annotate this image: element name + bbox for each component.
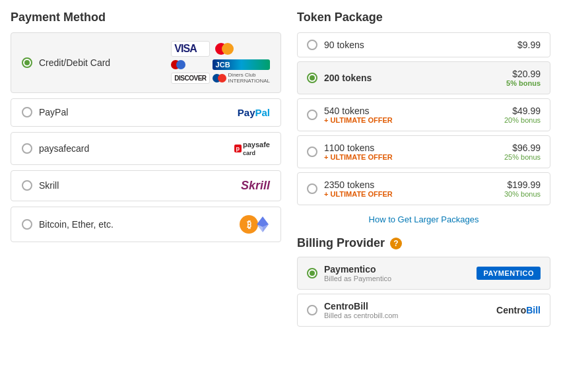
maestro-logo [171, 60, 209, 69]
skrill-left: Skrill [22, 180, 59, 191]
radio-centrobill [307, 305, 317, 315]
token-1100-price-area: $96.99 25% bonus [504, 143, 541, 161]
centrobill-info: CentroBill Billed as centrobill.com [324, 301, 399, 319]
payment-option-skrill[interactable]: Skrill Skrill [11, 170, 281, 201]
token-90-info: 90 tokens [324, 40, 364, 50]
skrill-label: Skrill [39, 180, 59, 191]
token-540-price-area: $49.99 20% bonus [504, 106, 541, 124]
token-2350-price: $199.99 [504, 180, 541, 190]
token-1100-info: 1100 tokens + ULTIMATE OFFER [324, 143, 393, 161]
radio-bitcoin [22, 219, 32, 230]
paysafe-logo: p paysafecard [234, 141, 270, 156]
radio-token-90 [307, 40, 317, 50]
paysafe-icon: p [234, 145, 242, 152]
token-2350-amount: 2350 tokens [324, 180, 393, 190]
bitcoin-left: Bitcoin, Ether, etc. [22, 219, 114, 230]
token-2350-price-area: $199.99 30% bonus [504, 180, 541, 198]
radio-token-2350 [307, 183, 317, 194]
radio-paypal [22, 107, 32, 117]
paymentico-badge: PAYMENTICO [477, 267, 541, 280]
billing-option-centrobill[interactable]: CentroBill Billed as centrobill.com Cent… [297, 294, 550, 327]
billing-header: Billing Provider ? [297, 236, 550, 250]
paypal-left: PayPal [22, 107, 68, 117]
token-option-200[interactable]: 200 tokens $20.99 5% bonus [297, 61, 550, 94]
token-200-bonus: 5% bonus [506, 79, 541, 87]
token-2350-info: 2350 tokens + ULTIMATE OFFER [324, 180, 393, 198]
token-1100-offer: + ULTIMATE OFFER [324, 153, 393, 161]
radio-token-1100 [307, 147, 317, 157]
larger-packages-link[interactable]: How to Get Larger Packages [297, 209, 550, 230]
credit-card-label: Credit/Debit Card [39, 57, 110, 68]
mc-orange-circle [222, 43, 234, 55]
paysafe-left: paysafecard [22, 143, 89, 154]
paysafe-text: paysafecard [243, 141, 270, 156]
paysafecard-label: paysafecard [39, 143, 89, 154]
payment-option-left: Credit/Debit Card [22, 57, 110, 68]
radio-credit-card [22, 57, 32, 68]
token-option-540[interactable]: 540 tokens + ULTIMATE OFFER $49.99 20% b… [297, 98, 550, 131]
maestro-blue-circle [176, 60, 185, 69]
token-200-price-area: $20.99 5% bonus [506, 69, 541, 87]
token-90-amount: 90 tokens [324, 40, 364, 50]
billing-title: Billing Provider [297, 236, 385, 250]
paymentico-left: Paymentico Billed as Paymentico [307, 264, 391, 282]
token-option-1100[interactable]: 1100 tokens + ULTIMATE OFFER $96.99 25% … [297, 135, 550, 168]
eth-icon [255, 215, 270, 234]
token-540-price: $49.99 [504, 106, 541, 116]
right-column: Token Package 90 tokens $9.99 [297, 11, 550, 331]
radio-paymentico [307, 268, 317, 278]
bitcoin-label: Bitcoin, Ether, etc. [39, 219, 114, 230]
token-200-info: 200 tokens [324, 73, 372, 83]
token-option-90[interactable]: 90 tokens $9.99 [297, 32, 550, 57]
radio-token-200 [307, 73, 317, 83]
paymentico-sub: Billed as Paymentico [324, 275, 391, 282]
centrobill-logo: CentroBill [496, 305, 541, 315]
bitcoin-logo: ₿ [240, 215, 270, 234]
mastercard-logo [213, 42, 236, 56]
discover-logo: DISCOVER [171, 73, 209, 84]
diners-red-circle [218, 74, 226, 82]
token-2350-offer: + ULTIMATE OFFER [324, 190, 393, 198]
payment-option-paysafecard[interactable]: paysafecard p paysafecard [11, 132, 281, 165]
radio-skrill [22, 180, 32, 191]
token-options-list: 90 tokens $9.99 200 tokens $20.99 5% b [297, 32, 550, 205]
token-package-title: Token Package [297, 11, 550, 24]
main-layout: Payment Method Credit/Debit Card VISA [11, 11, 550, 331]
paymentico-info: Paymentico Billed as Paymentico [324, 264, 391, 282]
token-1100-price: $96.99 [504, 143, 541, 153]
visa-logo: VISA [171, 41, 209, 57]
payment-option-paypal[interactable]: PayPal PayPal [11, 98, 281, 127]
token-90-price-area: $9.99 [517, 40, 541, 50]
token-540-bonus: 20% bonus [504, 116, 541, 124]
radio-token-540 [307, 110, 317, 120]
help-icon[interactable]: ? [390, 238, 402, 249]
left-column: Payment Method Credit/Debit Card VISA [11, 11, 281, 331]
card-logos: VISA JCB DISCOVER [171, 41, 270, 84]
token-540-amount: 540 tokens [324, 106, 393, 116]
paymentico-name: Paymentico [324, 264, 391, 275]
radio-paysafecard [22, 143, 32, 154]
paypal-logo: PayPal [238, 107, 270, 118]
diners-text: Diners ClubINTERNATIONAL [228, 73, 270, 84]
payment-option-credit-card[interactable]: Credit/Debit Card VISA JCB DISCOVER [11, 32, 281, 93]
token-540-left: 540 tokens + ULTIMATE OFFER [307, 106, 393, 124]
paypal-label: PayPal [39, 107, 68, 117]
token-200-left: 200 tokens [307, 73, 372, 83]
token-1100-amount: 1100 tokens [324, 143, 393, 153]
skrill-logo: Skrill [241, 179, 270, 193]
payment-option-bitcoin[interactable]: Bitcoin, Ether, etc. ₿ [11, 207, 281, 242]
token-90-left: 90 tokens [307, 40, 364, 50]
payment-method-title: Payment Method [11, 11, 281, 24]
token-1100-bonus: 25% bonus [504, 153, 541, 161]
token-200-amount: 200 tokens [324, 73, 372, 83]
jcb-logo: JCB [213, 59, 270, 70]
token-option-2350[interactable]: 2350 tokens + ULTIMATE OFFER $199.99 30%… [297, 172, 550, 205]
token-1100-left: 1100 tokens + ULTIMATE OFFER [307, 143, 393, 161]
token-2350-left: 2350 tokens + ULTIMATE OFFER [307, 180, 393, 198]
token-90-price: $9.99 [517, 40, 541, 50]
token-540-offer: + ULTIMATE OFFER [324, 116, 393, 124]
diners-logo: Diners ClubINTERNATIONAL [213, 73, 270, 84]
token-200-price: $20.99 [506, 69, 541, 79]
billing-option-paymentico[interactable]: Paymentico Billed as Paymentico PAYMENTI… [297, 257, 550, 290]
token-540-info: 540 tokens + ULTIMATE OFFER [324, 106, 393, 124]
